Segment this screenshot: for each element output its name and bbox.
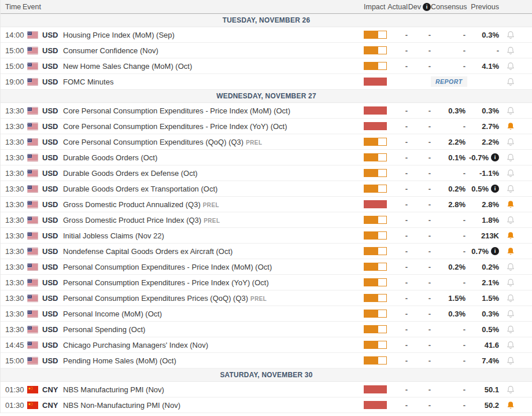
us-flag-icon <box>27 326 42 333</box>
event-title[interactable]: Pending Home Sales (MoM) (Oct) <box>63 356 357 365</box>
event-title[interactable]: FOMC Minutes <box>63 78 357 86</box>
bell-icon[interactable] <box>499 46 522 56</box>
event-title[interactable]: Housing Price Index (MoM) (Sep) <box>63 31 357 39</box>
bell-icon[interactable] <box>499 153 522 163</box>
bell-icon[interactable] <box>499 356 522 366</box>
event-title[interactable]: Durable Goods Orders ex Defense (Oct) <box>63 169 357 178</box>
dev-info-icon[interactable]: i <box>423 3 431 11</box>
bell-icon[interactable] <box>499 137 522 147</box>
consensus-value: - <box>431 401 466 410</box>
bell-icon[interactable] <box>499 293 522 303</box>
event-row[interactable]: 13:30 USD Durable Goods Orders (Oct) - -… <box>1 150 532 165</box>
bell-icon[interactable] <box>499 231 522 241</box>
event-row[interactable]: 15:00 USD Pending Home Sales (MoM) (Oct)… <box>1 353 532 369</box>
bell-icon[interactable] <box>499 262 522 272</box>
consensus-value: 2.2% <box>431 138 466 146</box>
event-title[interactable]: Personal Income (MoM) (Oct) <box>63 310 357 318</box>
bell-icon[interactable] <box>499 61 522 71</box>
event-row[interactable]: 13:30 USD Personal Consumption Expenditu… <box>1 290 532 306</box>
previous-info-icon[interactable]: i <box>491 247 499 255</box>
bell-icon[interactable] <box>499 168 522 178</box>
bell-icon[interactable] <box>499 400 522 410</box>
event-title[interactable]: Personal Consumption Expenditures - Pric… <box>63 278 357 287</box>
event-title[interactable]: Gross Domestic Product Annualized (Q3)PR… <box>63 200 357 209</box>
bell-icon[interactable] <box>499 215 522 225</box>
us-flag-icon <box>27 294 42 302</box>
event-title[interactable]: Personal Spending (Oct) <box>63 325 357 334</box>
previous-value: 0.3% <box>466 310 499 318</box>
previous-value: 2.8% <box>466 200 499 209</box>
event-row[interactable]: 13:30 USD Personal Consumption Expenditu… <box>1 275 532 290</box>
bell-icon[interactable] <box>499 340 522 350</box>
event-title[interactable]: Core Personal Consumption Expenditures -… <box>63 106 357 115</box>
bell-icon[interactable] <box>499 30 522 40</box>
event-row[interactable]: 14:45 USD Chicago Purchasing Managers' I… <box>1 337 532 353</box>
impact-high-bar <box>364 78 387 86</box>
actual-value: - <box>387 231 408 240</box>
bell-icon[interactable] <box>499 77 522 87</box>
event-row[interactable]: 13:30 USD Durable Goods Orders ex Transp… <box>1 181 532 197</box>
event-row[interactable]: 15:00 USD New Home Sales Change (MoM) (O… <box>1 58 532 74</box>
event-title[interactable]: Core Personal Consumption Expenditures -… <box>63 122 357 131</box>
event-time: 13:30 <box>1 263 27 271</box>
event-title[interactable]: Durable Goods Orders (Oct) <box>63 153 357 162</box>
bell-icon[interactable] <box>499 309 522 319</box>
event-row[interactable]: 13:30 USD Personal Spending (Oct) - - - … <box>1 322 532 337</box>
previous-info-icon[interactable]: i <box>491 185 499 193</box>
event-row[interactable]: 13:30 USD Core Personal Consumption Expe… <box>1 134 532 150</box>
event-row[interactable]: 13:30 USD Gross Domestic Product Annuali… <box>1 197 532 212</box>
consensus-value: - <box>431 62 466 71</box>
event-time: 13:30 <box>1 200 27 209</box>
actual-value: - <box>387 106 408 115</box>
actual-value: - <box>387 138 408 146</box>
us-flag-icon <box>27 31 42 39</box>
report-link[interactable]: REPORT <box>431 76 467 87</box>
event-title[interactable]: Gross Domestic Product Price Index (Q3)P… <box>63 216 357 224</box>
consensus-value: REPORT <box>431 76 466 87</box>
event-title[interactable]: NBS Manufacturing PMI (Nov) <box>63 385 357 394</box>
event-row[interactable]: 13:30 USD Core Personal Consumption Expe… <box>1 103 532 119</box>
event-title[interactable]: Personal Consumption Expenditures - Pric… <box>63 263 357 271</box>
event-title[interactable]: Initial Jobless Claims (Nov 22) <box>63 231 357 240</box>
consensus-value: 1.5% <box>431 294 466 303</box>
impact-cell <box>357 325 387 333</box>
event-row[interactable]: 13:30 USD Personal Consumption Expenditu… <box>1 259 532 275</box>
impact-cell <box>357 31 387 39</box>
event-title[interactable]: NBS Non-Manufacturing PMI (Nov) <box>63 401 357 410</box>
bell-icon[interactable] <box>499 278 522 288</box>
dev-value: - <box>408 231 431 240</box>
bell-icon[interactable] <box>499 246 522 256</box>
event-title[interactable]: Chicago Purchasing Managers' Index (Nov) <box>63 341 357 349</box>
event-row[interactable]: 13:30 USD Initial Jobless Claims (Nov 22… <box>1 228 532 244</box>
event-title[interactable]: New Home Sales Change (MoM) (Oct) <box>63 62 357 71</box>
event-row[interactable]: 13:30 USD Gross Domestic Product Price I… <box>1 212 532 228</box>
event-title[interactable]: Personal Consumption Expenditures Prices… <box>63 294 357 303</box>
previous-value: 7.4% <box>466 356 499 365</box>
bell-icon[interactable] <box>499 200 522 209</box>
event-title[interactable]: Durable Goods Orders ex Transportation (… <box>63 185 357 193</box>
event-row[interactable]: 13:30 USD Personal Income (MoM) (Oct) - … <box>1 306 532 322</box>
bell-icon[interactable] <box>499 106 522 116</box>
event-time: 15:00 <box>1 356 27 365</box>
bell-icon[interactable] <box>499 325 522 334</box>
impact-cell <box>357 341 387 349</box>
us-flag-icon <box>27 107 42 115</box>
event-row[interactable]: 15:00 USD Consumer Confidence (Nov) - - … <box>1 43 532 58</box>
bell-icon[interactable] <box>499 184 522 194</box>
bell-icon[interactable] <box>499 122 522 131</box>
event-row[interactable]: 01:30 CNY NBS Non-Manufacturing PMI (Nov… <box>1 397 532 413</box>
event-row[interactable]: 13:30 USD Durable Goods Orders ex Defens… <box>1 165 532 181</box>
bell-icon[interactable] <box>499 385 522 395</box>
actual-value: - <box>387 122 408 131</box>
event-title[interactable]: Consumer Confidence (Nov) <box>63 46 357 55</box>
previous-info-icon[interactable]: i <box>491 153 499 161</box>
event-row[interactable]: 01:30 CNY NBS Manufacturing PMI (Nov) - … <box>1 382 532 397</box>
event-row[interactable]: 19:00 USD FOMC Minutes REPORT <box>1 74 532 90</box>
calendar-body: TUESDAY, NOVEMBER 26 14:00 USD Housing P… <box>1 14 532 413</box>
event-title[interactable]: Nondefense Capital Goods Orders ex Aircr… <box>63 247 357 256</box>
consensus-value: 0.1% <box>431 153 466 162</box>
event-row[interactable]: 13:30 USD Core Personal Consumption Expe… <box>1 119 532 134</box>
event-row[interactable]: 13:30 USD Nondefense Capital Goods Order… <box>1 244 532 259</box>
event-row[interactable]: 14:00 USD Housing Price Index (MoM) (Sep… <box>1 27 532 43</box>
event-title[interactable]: Core Personal Consumption Expenditures (… <box>63 138 357 146</box>
